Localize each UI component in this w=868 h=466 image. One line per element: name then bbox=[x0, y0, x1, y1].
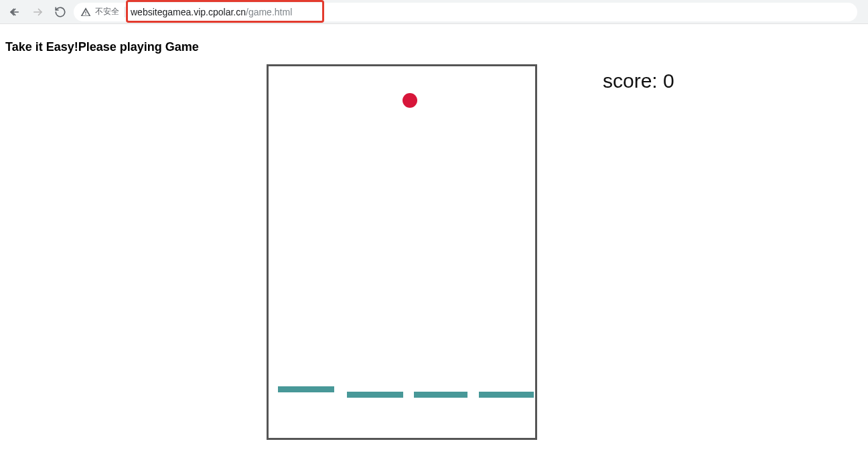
page-body: Take it Easy!Please playing Game score: … bbox=[0, 24, 868, 466]
forward-button[interactable] bbox=[28, 3, 47, 21]
game-platform bbox=[414, 392, 467, 398]
arrow-right-icon bbox=[31, 6, 44, 18]
game-platform bbox=[479, 392, 534, 398]
reload-icon bbox=[54, 6, 66, 18]
reload-button[interactable] bbox=[51, 3, 70, 21]
url-path: /game.html bbox=[246, 7, 292, 17]
browser-toolbar: 不安全 websitegamea.vip.cpolar.cn/game.html bbox=[0, 0, 868, 24]
game-platform bbox=[278, 386, 334, 392]
url-text: websitegamea.vip.cpolar.cn/game.html bbox=[131, 7, 292, 17]
score-display: score: 0 bbox=[603, 70, 674, 92]
game-canvas[interactable] bbox=[267, 64, 537, 440]
game-ball bbox=[403, 93, 417, 108]
game-canvas-wrap bbox=[267, 64, 537, 440]
security-label: 不安全 bbox=[95, 6, 119, 17]
warning-icon bbox=[80, 7, 91, 17]
game-platform bbox=[347, 392, 403, 398]
omnibox-divider bbox=[125, 7, 125, 17]
arrow-left-icon bbox=[9, 6, 21, 18]
address-bar[interactable]: 不安全 websitegamea.vip.cpolar.cn/game.html bbox=[74, 3, 857, 21]
score-value: 0 bbox=[663, 70, 674, 92]
back-button[interactable] bbox=[5, 3, 24, 21]
score-label: score: bbox=[603, 70, 663, 92]
page-heading: Take it Easy!Please playing Game bbox=[5, 40, 199, 54]
url-host: websitegamea.vip.cpolar.cn bbox=[131, 7, 246, 17]
